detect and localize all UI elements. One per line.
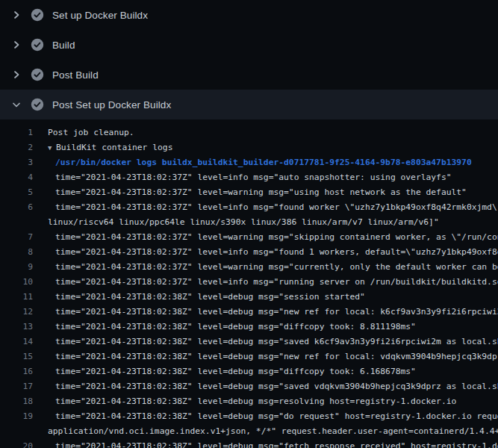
log-line: 14time="2021-04-23T18:02:38Z" level=debu… <box>0 335 498 349</box>
log-text: time="2021-04-23T18:02:38Z" level=debug … <box>55 409 498 424</box>
log-text: linux/riscv64 linux/ppc64le linux/s390x … <box>48 215 439 230</box>
log-text: time="2021-04-23T18:02:37Z" level=info m… <box>55 200 498 215</box>
step-label: Build <box>52 40 75 51</box>
log-text: time="2021-04-23T18:02:37Z" level=info m… <box>55 275 498 290</box>
chevron-down-icon[interactable] <box>10 99 22 111</box>
log-line-number[interactable]: 5 <box>0 185 33 200</box>
log-text: time="2021-04-23T18:02:38Z" level=debug … <box>55 379 498 394</box>
log-text: time="2021-04-23T18:02:38Z" level=debug … <box>55 364 416 379</box>
group-title[interactable]: BuildKit container logs <box>56 143 172 152</box>
log-text: time="2021-04-23T18:02:38Z" level=debug … <box>55 335 498 349</box>
step-label: Post Set up Docker Buildx <box>52 99 171 111</box>
log-line-number[interactable]: 19 <box>0 409 33 424</box>
log-text: Post job cleanup. <box>48 125 134 140</box>
log-text: time="2021-04-23T18:02:38Z" level=debug … <box>55 394 456 409</box>
log-text: time="2021-04-23T18:02:37Z" level=warnin… <box>55 230 498 245</box>
log-text: time="2021-04-23T18:02:37Z" level=info m… <box>55 245 498 260</box>
step-list: Set up Docker BuildxBuildPost BuildPost … <box>0 0 498 119</box>
log-line-number[interactable]: 3 <box>0 155 33 170</box>
log-line: 18time="2021-04-23T18:02:38Z" level=debu… <box>0 394 498 409</box>
log-line: 4time="2021-04-23T18:02:37Z" level=info … <box>0 170 498 185</box>
log-line-continuation: linux/riscv64 linux/ppc64le linux/s390x … <box>0 215 498 230</box>
log-line-number[interactable]: 14 <box>0 335 33 349</box>
log-area: 1Post job cleanup.2▼BuildKit container l… <box>0 119 498 448</box>
log-text: time="2021-04-23T18:02:38Z" level=debug … <box>55 305 498 320</box>
log-line-number[interactable]: 11 <box>0 290 33 305</box>
log-line: 5time="2021-04-23T18:02:37Z" level=warni… <box>0 185 498 200</box>
log-text: time="2021-04-23T18:02:37Z" level=warnin… <box>55 260 498 275</box>
log-line: 19time="2021-04-23T18:02:38Z" level=debu… <box>0 409 498 424</box>
log-line: 8time="2021-04-23T18:02:37Z" level=info … <box>0 245 498 260</box>
log-line-number[interactable]: 4 <box>0 170 33 185</box>
log-line: 17time="2021-04-23T18:02:38Z" level=debu… <box>0 379 498 394</box>
log-text: time="2021-04-23T18:02:38Z" level=debug … <box>55 320 416 335</box>
log-line: 11time="2021-04-23T18:02:38Z" level=debu… <box>0 290 498 305</box>
log-line: 9time="2021-04-23T18:02:37Z" level=warni… <box>0 260 498 275</box>
step-success-check-icon <box>31 8 44 22</box>
step-header-post-set-up-docker-buildx[interactable]: Post Set up Docker Buildx <box>0 90 498 119</box>
chevron-right-icon[interactable] <box>10 9 22 21</box>
log-text: time="2021-04-23T18:02:38Z" level=debug … <box>55 349 498 364</box>
chevron-right-icon[interactable] <box>10 69 22 81</box>
log-line-number[interactable]: 6 <box>0 200 33 215</box>
step-header-post-build[interactable]: Post Build <box>0 60 498 90</box>
chevron-right-icon[interactable] <box>10 39 22 51</box>
log-command-text: /usr/bin/docker logs buildx_buildkit_bui… <box>55 155 472 170</box>
log-group-row: ▼BuildKit container logs <box>48 140 172 155</box>
actions-log-viewer: Set up Docker BuildxBuildPost BuildPost … <box>0 0 498 448</box>
log-line: 10time="2021-04-23T18:02:37Z" level=info… <box>0 275 498 290</box>
log-line: 7time="2021-04-23T18:02:37Z" level=warni… <box>0 230 498 245</box>
log-line: 20time="2021-04-23T18:02:38Z" level=debu… <box>0 439 498 448</box>
log-line-number[interactable]: 18 <box>0 394 33 409</box>
log-line: 13time="2021-04-23T18:02:38Z" level=debu… <box>0 320 498 335</box>
group-toggle-icon[interactable]: ▼ <box>48 140 56 155</box>
step-label: Set up Docker Buildx <box>52 10 148 21</box>
log-line: 1Post job cleanup. <box>0 125 498 140</box>
log-text: application/vnd.oci.image.index.v1+json,… <box>48 424 498 439</box>
log-line: 16time="2021-04-23T18:02:38Z" level=debu… <box>0 364 498 379</box>
log-line-number[interactable]: 17 <box>0 379 33 394</box>
log-text: time="2021-04-23T18:02:38Z" level=debug … <box>55 290 365 305</box>
step-label: Post Build <box>52 69 99 81</box>
log-line-number[interactable]: 2 <box>0 140 33 155</box>
log-line-number <box>0 215 33 230</box>
log-line-number[interactable]: 20 <box>0 439 33 448</box>
step-success-check-icon <box>31 68 44 81</box>
step-header-set-up-docker-buildx[interactable]: Set up Docker Buildx <box>0 0 498 30</box>
log-line-number[interactable]: 13 <box>0 320 33 335</box>
log-line-number[interactable]: 1 <box>0 125 33 140</box>
log-line: 15time="2021-04-23T18:02:38Z" level=debu… <box>0 349 498 364</box>
log-line-number[interactable]: 15 <box>0 349 33 364</box>
log-line-number <box>0 424 33 439</box>
log-line: 6time="2021-04-23T18:02:37Z" level=info … <box>0 200 498 215</box>
log-line: 2▼BuildKit container logs <box>0 140 498 155</box>
step-success-check-icon <box>31 38 44 52</box>
log-text: time="2021-04-23T18:02:37Z" level=info m… <box>55 170 452 185</box>
log-line: 12time="2021-04-23T18:02:38Z" level=debu… <box>0 305 498 320</box>
log-line-number[interactable]: 9 <box>0 260 33 275</box>
step-header-build[interactable]: Build <box>0 30 498 60</box>
log-line-number[interactable]: 8 <box>0 245 33 260</box>
log-line-continuation: application/vnd.oci.image.index.v1+json,… <box>0 424 498 439</box>
log-line-number[interactable]: 7 <box>0 230 33 245</box>
log-line-number[interactable]: 16 <box>0 364 33 379</box>
log-text: time="2021-04-23T18:02:38Z" level=debug … <box>55 439 498 448</box>
log-line-number[interactable]: 10 <box>0 275 33 290</box>
step-success-check-icon <box>31 98 44 111</box>
log-text: time="2021-04-23T18:02:37Z" level=warnin… <box>55 185 467 200</box>
log-line-number[interactable]: 12 <box>0 305 33 320</box>
log-line: 3/usr/bin/docker logs buildx_buildkit_bu… <box>0 155 498 170</box>
